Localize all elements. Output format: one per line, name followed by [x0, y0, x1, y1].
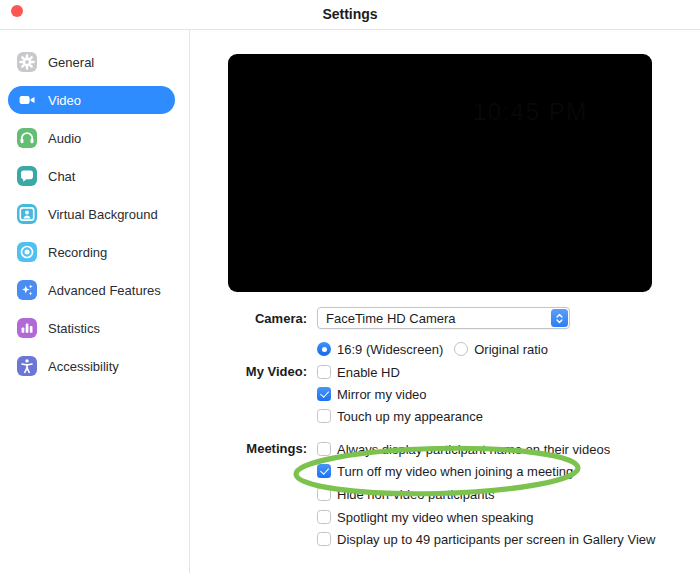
bar-chart-icon [17, 318, 37, 338]
sidebar-item-label: Accessibility [48, 359, 119, 374]
radio-original-ratio[interactable] [454, 342, 468, 356]
sidebar-item-general[interactable]: General [0, 43, 189, 81]
sidebar-item-label: Virtual Background [48, 207, 158, 222]
checkbox-label: Touch up my appearance [337, 409, 483, 424]
preview-clock-text: 10:45 PM [473, 98, 588, 126]
settings-sidebar: General Video Audio [0, 30, 190, 573]
sidebar-item-advanced-features[interactable]: Advanced Features [0, 271, 189, 309]
headphones-icon [17, 128, 37, 148]
checkbox-label: Hide non-video participants [337, 487, 495, 502]
checkbox-label: Mirror my video [337, 387, 427, 402]
sidebar-item-label: Video [48, 93, 81, 108]
checkbox-row-mirror-my-video[interactable]: Mirror my video [317, 386, 427, 402]
sidebar-item-chat[interactable]: Chat [0, 157, 189, 195]
chevron-up-down-icon [551, 309, 568, 327]
record-icon [17, 242, 37, 262]
checkbox-row-enable-hd[interactable]: Enable HD [317, 364, 400, 380]
checkbox-row-touch-up-appearance[interactable]: Touch up my appearance [317, 408, 483, 424]
video-settings-panel: 10:45 PM Camera: FaceTime HD Camera 16:9… [190, 30, 700, 573]
meetings-label: Meetings: [190, 441, 307, 456]
checkbox-hide-non-video[interactable] [317, 487, 331, 501]
checkbox-mirror-my-video[interactable] [317, 387, 331, 401]
sidebar-item-label: General [48, 55, 94, 70]
sidebar-item-statistics[interactable]: Statistics [0, 309, 189, 347]
checkbox-row-spotlight-my-video[interactable]: Spotlight my video when speaking [317, 509, 534, 525]
checkbox-row-always-display-name[interactable]: Always display participant name on their… [317, 441, 610, 457]
my-video-label: My Video: [190, 364, 307, 379]
sidebar-item-label: Recording [48, 245, 107, 260]
sidebar-item-recording[interactable]: Recording [0, 233, 189, 271]
checkbox-always-display-name[interactable] [317, 442, 331, 456]
video-camera-icon [17, 90, 37, 110]
checkbox-spotlight-my-video[interactable] [317, 510, 331, 524]
checkbox-label: Display up to 49 participants per screen… [337, 532, 655, 547]
sidebar-item-video[interactable]: Video [0, 81, 189, 119]
gear-icon [17, 52, 37, 72]
window-title: Settings [0, 0, 700, 29]
camera-preview: 10:45 PM [228, 54, 652, 292]
checkbox-touch-up-appearance[interactable] [317, 409, 331, 423]
sidebar-item-label: Audio [48, 131, 81, 146]
checkbox-label: Enable HD [337, 365, 400, 380]
camera-select-value: FaceTime HD Camera [318, 311, 551, 326]
checkbox-display-49-participants[interactable] [317, 532, 331, 546]
sidebar-item-virtual-background[interactable]: Virtual Background [0, 195, 189, 233]
close-button[interactable] [11, 5, 23, 17]
camera-label: Camera: [190, 311, 307, 326]
checkbox-row-display-49-participants[interactable]: Display up to 49 participants per screen… [317, 531, 655, 547]
sidebar-item-label: Advanced Features [48, 283, 161, 298]
camera-select[interactable]: FaceTime HD Camera [317, 307, 570, 329]
checkbox-row-hide-non-video[interactable]: Hide non-video participants [317, 486, 495, 502]
sidebar-item-audio[interactable]: Audio [0, 119, 189, 157]
checkbox-label: Turn off my video when joining a meeting [337, 464, 573, 479]
sidebar-item-accessibility[interactable]: Accessibility [0, 347, 189, 385]
checkbox-label: Spotlight my video when speaking [337, 510, 534, 525]
checkbox-turn-off-video-joining[interactable] [317, 464, 331, 478]
radio-16-9-widescreen[interactable] [317, 342, 331, 356]
aspect-ratio-group: 16:9 (Widescreen) Original ratio [317, 341, 548, 357]
checkbox-enable-hd[interactable] [317, 365, 331, 379]
radio-label: 16:9 (Widescreen) [337, 342, 443, 357]
person-frame-icon [17, 204, 37, 224]
sidebar-item-label: Statistics [48, 321, 100, 336]
accessibility-icon [17, 356, 37, 376]
checkbox-label: Always display participant name on their… [337, 442, 610, 457]
sparkles-icon [17, 280, 37, 300]
chat-bubble-icon [17, 166, 37, 186]
sidebar-item-label: Chat [48, 169, 75, 184]
window-titlebar: Settings [0, 0, 700, 30]
radio-label: Original ratio [474, 342, 548, 357]
checkbox-row-turn-off-video-joining[interactable]: Turn off my video when joining a meeting [317, 463, 573, 479]
